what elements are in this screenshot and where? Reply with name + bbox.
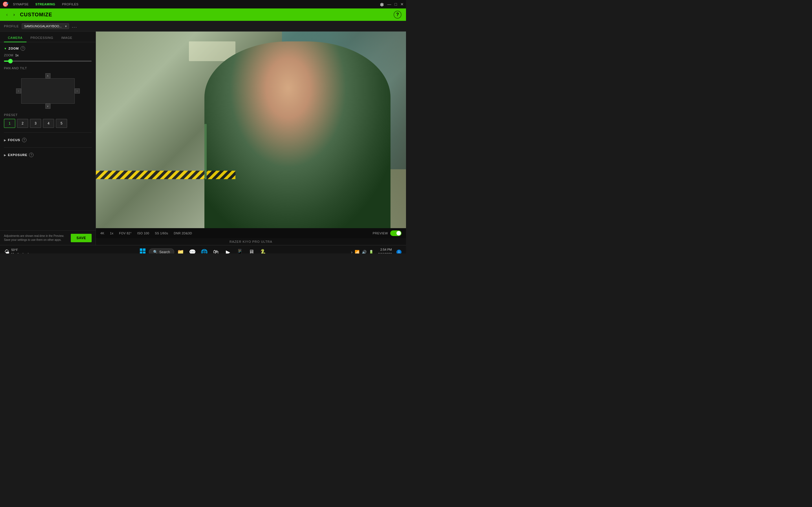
- preview-toggle: PREVIEW: [373, 230, 402, 236]
- weather-condition: Mostly cloudy: [11, 252, 30, 254]
- battery-icon[interactable]: 🔋: [369, 250, 373, 254]
- chevron-icon[interactable]: ›: [351, 250, 352, 254]
- profile-more-button[interactable]: ...: [72, 24, 77, 29]
- app-header: ‹ › CUSTOMIZE ?: [0, 8, 406, 21]
- pan-tilt-up[interactable]: ∧: [45, 73, 50, 78]
- pan-tilt-right[interactable]: ›: [75, 89, 80, 94]
- taskbar-phone[interactable]: 📱: [234, 246, 245, 254]
- stat-iso: ISO 100: [137, 231, 149, 235]
- forward-button[interactable]: ›: [11, 11, 16, 18]
- zoom-slider-container: [4, 59, 92, 62]
- focus-section: ▶ FOCUS ?: [4, 135, 92, 145]
- taskbar-media[interactable]: ▶: [222, 246, 234, 254]
- sound-icon[interactable]: 🔊: [362, 250, 366, 254]
- preset-btn-2[interactable]: 2: [17, 119, 28, 128]
- focus-header[interactable]: ▶ FOCUS ?: [4, 135, 92, 145]
- pan-tilt-down[interactable]: ∨: [45, 104, 50, 109]
- pan-tilt-label: PAN AND TILT: [4, 66, 92, 70]
- preview-switch[interactable]: [390, 230, 402, 236]
- settings-content: ▼ ZOOM ? ZOOM 1x PAN AND TILT ∧ ∨: [0, 42, 96, 230]
- chat-icon: 💬: [189, 249, 196, 254]
- tab-row: CAMERA PROCESSING IMAGE: [0, 32, 96, 42]
- exposure-title: EXPOSURE: [8, 153, 28, 157]
- caution-tape: [96, 171, 236, 179]
- taskbar-store[interactable]: 🛍: [210, 246, 221, 254]
- zoom-control: ZOOM 1x: [4, 54, 92, 62]
- stat-fov: FOV 82°: [119, 231, 132, 235]
- clock[interactable]: 2:54 PM 3/10/2023: [376, 247, 394, 253]
- exposure-header[interactable]: ▶ EXPOSURE ?: [4, 151, 92, 159]
- taskbar-files[interactable]: 📁: [175, 246, 186, 254]
- taskbar-windows[interactable]: [137, 246, 148, 254]
- remote-icon: 🖥: [249, 249, 254, 253]
- settings-icon[interactable]: [379, 2, 384, 6]
- preset-btn-4[interactable]: 4: [43, 119, 54, 128]
- pan-tilt-left[interactable]: ‹: [16, 89, 21, 94]
- page-title: CUSTOMIZE: [20, 12, 390, 18]
- app-logo: 🎯: [2, 1, 8, 7]
- profile-label: PROFILE: [4, 24, 19, 28]
- taskbar-chat[interactable]: 💬: [187, 246, 198, 254]
- svg-rect-1: [143, 248, 146, 251]
- nav-streaming[interactable]: STREAMING: [35, 3, 55, 6]
- back-button[interactable]: ‹: [4, 11, 9, 18]
- title-bar: 🎯 SYNAPSE STREAMING PROFILES — □ ✕: [0, 0, 406, 8]
- preset-btn-3[interactable]: 3: [30, 119, 41, 128]
- razer-icon: 🐍: [260, 249, 267, 254]
- zoom-value: 1x: [15, 54, 18, 57]
- preset-label: PRESET: [4, 113, 92, 117]
- tab-processing[interactable]: PROCESSING: [27, 34, 57, 42]
- zoom-title: ZOOM: [8, 47, 19, 50]
- exposure-section: ▶ EXPOSURE ?: [4, 151, 92, 159]
- preset-btn-1[interactable]: 1: [4, 119, 15, 128]
- preset-btn-5[interactable]: 5: [56, 119, 67, 128]
- tab-camera[interactable]: CAMERA: [4, 34, 27, 42]
- stat-resolution: 4K: [100, 231, 104, 235]
- toggle-knob: [396, 231, 401, 235]
- device-label: RAZER KIYO PRO ULTRA: [96, 238, 406, 245]
- help-button[interactable]: ?: [394, 11, 402, 18]
- focus-help-icon[interactable]: ?: [22, 138, 27, 142]
- weather-text: 50°F Mostly cloudy: [11, 248, 30, 253]
- minimize-button[interactable]: —: [388, 2, 391, 6]
- search-icon: 🔍: [153, 250, 158, 253]
- zoom-slider[interactable]: [4, 61, 92, 62]
- taskbar-remote[interactable]: 🖥: [246, 246, 257, 254]
- taskbar-search[interactable]: 🔍 Search: [149, 248, 174, 253]
- svg-rect-3: [143, 251, 146, 253]
- pan-tilt-container: ∧ ∨ ‹ ›: [15, 73, 80, 109]
- close-button[interactable]: ✕: [400, 2, 404, 6]
- taskbar-center: 🔍 Search 📁 💬 🌐 🛍 ▶ 📱 🖥 🐍: [137, 246, 269, 254]
- wifi-icon[interactable]: 📶: [355, 250, 359, 254]
- zoom-toggle[interactable]: ▼: [4, 47, 7, 50]
- svg-rect-0: [140, 248, 142, 251]
- profile-bar: PROFILE SAMSUNGGALAXYBOO... ▼ ...: [0, 21, 406, 32]
- tab-image[interactable]: IMAGE: [57, 34, 76, 42]
- phone-icon: 📱: [236, 249, 243, 254]
- weather-widget[interactable]: 🌤 50°F Mostly cloudy: [2, 247, 33, 253]
- window-controls: — □ ✕: [379, 2, 404, 6]
- focus-arrow: ▶: [4, 138, 6, 142]
- save-button[interactable]: SAVE: [71, 234, 92, 242]
- stat-dnr: DNR 2D&3D: [174, 231, 192, 235]
- exposure-arrow: ▶: [4, 154, 6, 157]
- profile-select[interactable]: SAMSUNGGALAXYBOO...: [22, 23, 69, 29]
- header-nav: ‹ ›: [4, 11, 17, 18]
- taskbar-razer[interactable]: 🐍: [258, 246, 269, 254]
- scene-overlay: [96, 32, 406, 228]
- taskbar-edge[interactable]: 🌐: [199, 246, 210, 254]
- exposure-help-icon[interactable]: ?: [29, 153, 34, 157]
- left-panel: CAMERA PROCESSING IMAGE ▼ ZOOM ? ZOOM 1x: [0, 32, 96, 245]
- edge-icon: 🌐: [201, 249, 208, 254]
- notification-badge[interactable]: 1: [396, 249, 402, 254]
- svg-rect-2: [140, 251, 142, 253]
- zoom-help-icon[interactable]: ?: [20, 46, 25, 51]
- camera-preview: [96, 32, 406, 228]
- preset-section: PRESET 1 2 3 4 5: [4, 113, 92, 128]
- bottom-bar-text: Adjustments are shown real-time in the P…: [4, 234, 67, 242]
- zoom-label: ZOOM 1x: [4, 54, 92, 57]
- title-nav: SYNAPSE STREAMING PROFILES: [13, 3, 375, 6]
- nav-synapse[interactable]: SYNAPSE: [13, 3, 29, 6]
- maximize-button[interactable]: □: [395, 2, 397, 6]
- nav-profiles[interactable]: PROFILES: [62, 3, 79, 6]
